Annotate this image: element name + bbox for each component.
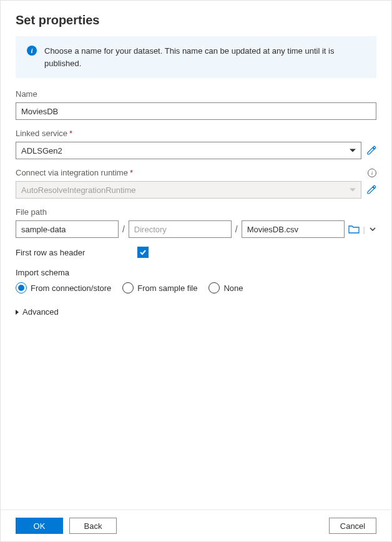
name-label: Name [16, 89, 376, 99]
import-schema-section: Import schema From connection/store From… [16, 268, 376, 293]
filepath-directory-input[interactable] [129, 220, 232, 238]
advanced-toggle[interactable]: Advanced [16, 305, 376, 319]
radio-icon [122, 282, 134, 293]
chevron-right-icon [16, 310, 19, 315]
filepath-file-input[interactable] [242, 220, 345, 238]
info-text: Choose a name for your dataset. This nam… [44, 45, 365, 69]
chevron-down-icon[interactable] [369, 225, 376, 233]
filepath-container-input[interactable] [16, 220, 119, 238]
chevron-down-icon [350, 149, 356, 152]
runtime-dropdown: AutoResolveIntegrationRuntime [16, 181, 361, 199]
linked-service-dropdown[interactable]: ADLSGen2 [16, 142, 361, 159]
linked-service-value: ADLSGen2 [21, 146, 62, 155]
browse-folder-icon[interactable] [348, 224, 360, 234]
linked-service-label: Linked service * [16, 129, 376, 138]
radio-icon [208, 282, 220, 293]
path-separator: / [235, 224, 238, 234]
runtime-label: Connect via integration runtime * i [16, 168, 376, 177]
first-row-header-label: First row as header [16, 248, 137, 257]
chevron-down-icon [350, 189, 356, 192]
radio-none[interactable]: None [208, 282, 243, 293]
filepath-field: File path / / | [16, 207, 376, 238]
info-banner: i Choose a name for your dataset. This n… [16, 36, 376, 78]
radio-icon [16, 282, 27, 293]
info-icon: i [27, 46, 37, 56]
content-area: i Choose a name for your dataset. This n… [1, 36, 391, 510]
ok-button[interactable]: OK [16, 518, 63, 534]
name-field: Name [16, 89, 376, 120]
radio-from-sample-file[interactable]: From sample file [122, 282, 197, 293]
edit-icon[interactable] [366, 145, 376, 155]
cancel-button[interactable]: Cancel [329, 518, 376, 534]
advanced-label: Advanced [22, 307, 59, 317]
edit-icon[interactable] [366, 185, 376, 195]
import-schema-options: From connection/store From sample file N… [16, 282, 376, 293]
radio-from-connection[interactable]: From connection/store [16, 282, 111, 293]
info-circle-icon[interactable]: i [368, 169, 376, 177]
first-row-header-checkbox[interactable] [137, 247, 149, 258]
runtime-field: Connect via integration runtime * i Auto… [16, 168, 376, 199]
filepath-label: File path [16, 207, 376, 217]
divider: | [363, 225, 365, 234]
first-row-header-row: First row as header [16, 247, 376, 258]
import-schema-label: Import schema [16, 268, 376, 277]
linked-service-field: Linked service * ADLSGen2 [16, 129, 376, 159]
runtime-value: AutoResolveIntegrationRuntime [21, 185, 136, 195]
footer: OK Back Cancel [1, 510, 391, 541]
page-title: Set properties [16, 13, 376, 27]
path-separator: / [122, 224, 125, 234]
panel-header: Set properties [1, 1, 391, 36]
back-button[interactable]: Back [69, 518, 117, 534]
name-input[interactable] [16, 102, 376, 120]
